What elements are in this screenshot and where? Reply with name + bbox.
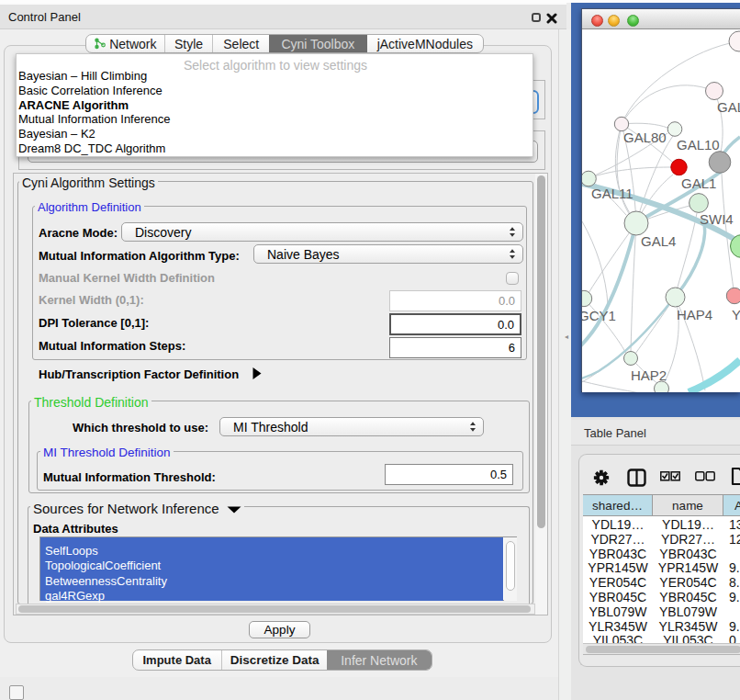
svg-text:GAL80: GAL80 bbox=[623, 130, 667, 145]
svg-text:GAL1: GAL1 bbox=[681, 175, 716, 191]
svg-text:HAP4: HAP4 bbox=[677, 307, 712, 322]
svg-text:GAL7: GAL7 bbox=[717, 99, 740, 115]
svg-text:GAL10: GAL10 bbox=[677, 137, 720, 152]
svg-text:GAL4: GAL4 bbox=[641, 233, 676, 249]
svg-text:HAP2: HAP2 bbox=[631, 367, 667, 383]
svg-text:SWI4: SWI4 bbox=[700, 211, 734, 227]
svg-text:GAL11: GAL11 bbox=[591, 186, 633, 201]
svg-text:Y: Y bbox=[732, 307, 740, 322]
svg-text:GCY1: GCY1 bbox=[582, 308, 616, 323]
